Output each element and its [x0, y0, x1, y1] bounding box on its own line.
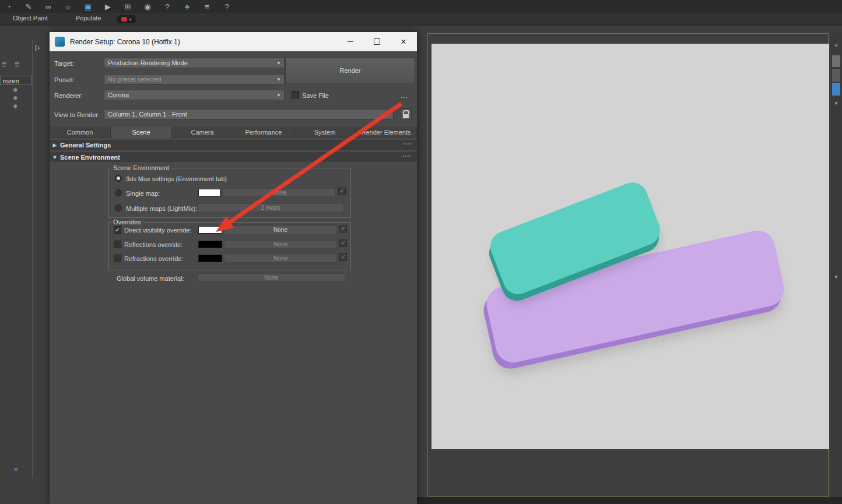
single-map-color-swatch[interactable] — [198, 189, 220, 196]
render-button[interactable]: Render — [285, 58, 415, 83]
scrollbar-track-segment[interactable] — [832, 69, 840, 82]
render-preview-capsule[interactable]: ▾ — [117, 15, 136, 23]
tab-camera[interactable]: Camera — [172, 126, 233, 138]
dialog-titlebar[interactable]: Render Setup: Corona 10 (Hotfix 1) × — [50, 32, 417, 51]
eye-icon[interactable]: ◉ — [142, 2, 153, 11]
dialog-title: Render Setup: Corona 10 (Hotfix 1) — [70, 38, 180, 46]
view-to-render-label: View to Render: — [54, 111, 100, 118]
direct-visibility-color-swatch[interactable] — [198, 226, 222, 234]
target-value: Production Rendering Mode — [108, 59, 188, 66]
view-to-render-dropdown[interactable]: Column 1, Column 1 - Front ▼ — [104, 109, 394, 119]
renderer-dropdown[interactable]: Corona ▼ — [104, 90, 285, 100]
viewport[interactable] — [427, 33, 829, 497]
viewport-menu-label[interactable]: [+ — [35, 44, 40, 51]
ribbon-tab-object-paint[interactable]: Object Paint — [13, 15, 48, 22]
chevron-down-icon[interactable]: ▾ — [830, 274, 842, 280]
chevron-down-icon: ▼ — [276, 77, 281, 82]
rollout-scene-environment[interactable]: ▼ Scene Environment — [50, 152, 417, 162]
rollout-general-title: General Settings — [60, 142, 111, 149]
refractions-label: Refractions override: — [124, 255, 184, 262]
frozen-toggle-icon[interactable]: ❄ — [13, 95, 17, 101]
add-icon[interactable]: + — [830, 41, 842, 50]
rollout-scene-env-title: Scene Environment — [60, 154, 120, 161]
help-circle-icon[interactable]: ? — [162, 2, 173, 11]
preset-dropdown[interactable]: No preset selected ▼ — [104, 74, 285, 84]
lock-icon — [403, 110, 409, 114]
tree-icon[interactable]: ♣ — [182, 2, 192, 11]
single-map-enable-checkbox[interactable]: ✓ — [338, 188, 346, 195]
refractions-color-swatch[interactable] — [198, 255, 222, 262]
tab-performance[interactable]: Performance — [233, 126, 294, 138]
global-volume-button[interactable]: None — [197, 273, 345, 282]
single-map-slot-button[interactable]: None — [223, 188, 336, 197]
refractions-slot-button[interactable]: None — [224, 254, 337, 263]
grid-plus-icon[interactable]: ⊞ — [122, 2, 133, 11]
dialog-tab-bar: Common Scene Camera Performance System R… — [50, 126, 417, 138]
maximize-button[interactable] — [368, 32, 385, 51]
frozen-toggle-icon[interactable]: ❄ — [13, 87, 17, 93]
radio-single-map[interactable] — [115, 189, 122, 196]
right-scroll-rail: + ▾ ▾ — [830, 33, 842, 497]
reflections-slot-button[interactable]: None — [224, 240, 337, 249]
multiple-maps-button[interactable]: 2 maps — [197, 203, 344, 212]
main-toolbar: ◔ ✎ ∞ ☼ ▣ ▶ ⊞ ◉ ? ♣ ≡ ? — [0, 0, 842, 13]
radio-multiple-maps-label: Multiple maps (LightMix): — [126, 205, 197, 212]
save-file-browse-button[interactable]: ... — [401, 91, 408, 100]
selected-tool-highlight[interactable] — [832, 83, 840, 96]
link-icon[interactable]: ∞ — [43, 2, 54, 11]
drag-grip-icon[interactable] — [403, 156, 411, 157]
save-file-checkbox[interactable] — [292, 91, 299, 98]
radio-3dsmax-settings-label: 3ds Max settings (Environment tab) — [126, 175, 227, 182]
reflections-color-swatch[interactable] — [198, 241, 222, 248]
tab-scene[interactable]: Scene — [111, 126, 172, 138]
refractions-checkbox[interactable] — [114, 255, 121, 262]
chevron-down-icon: ▾ — [129, 17, 131, 22]
global-volume-label: Global volume material: — [117, 275, 184, 282]
direct-visibility-slot-button[interactable]: None — [224, 225, 337, 234]
reflections-enable-checkbox[interactable]: ✓ — [339, 239, 347, 247]
layer-explorer-icon[interactable]: ≣ — [14, 60, 20, 68]
expand-more-button[interactable]: » — [14, 465, 18, 473]
radio-3dsmax-settings[interactable] — [115, 175, 122, 182]
selection-region-icon[interactable]: ◔ — [3, 2, 14, 11]
panel-icon[interactable]: ▣ — [83, 2, 93, 11]
scrollbar-thumb[interactable] — [832, 55, 840, 67]
refractions-enable-checkbox[interactable]: ✓ — [339, 253, 347, 261]
scene-environment-group-title: Scene Environment — [111, 164, 171, 171]
tab-common[interactable]: Common — [50, 126, 111, 138]
light-icon[interactable]: ☼ — [63, 2, 73, 11]
render-button-label: Render — [339, 67, 360, 74]
play-panel-icon[interactable]: ▶ — [103, 2, 113, 11]
viewport-canvas[interactable] — [431, 44, 829, 449]
save-file-label: Save File — [302, 92, 329, 99]
chevron-right-icon: ▶ — [50, 142, 60, 148]
chevron-down-icon[interactable]: ▾ — [830, 100, 842, 106]
reflections-checkbox[interactable] — [114, 241, 121, 248]
tab-system[interactable]: System — [294, 126, 356, 138]
list-icon[interactable]: ≡ — [202, 2, 212, 11]
tab-render-elements[interactable]: Render Elements — [356, 126, 417, 138]
frozen-column-header[interactable]: rozen — [0, 76, 32, 85]
drag-grip-icon[interactable] — [403, 143, 411, 144]
renderer-label: Renderer: — [54, 92, 83, 99]
direct-visibility-checkbox[interactable]: ✓ — [114, 226, 121, 234]
rollout-general-settings[interactable]: ▶ General Settings — [50, 140, 417, 150]
multiple-maps-label: 2 maps — [261, 205, 280, 211]
single-map-slot-label: None — [272, 189, 286, 196]
lock-view-button[interactable] — [400, 108, 412, 120]
application-window: ◔ ✎ ∞ ☼ ▣ ▶ ⊞ ◉ ? ♣ ≡ ? Object Paint Pop… — [0, 0, 842, 504]
chevron-down-icon: ▼ — [276, 93, 281, 98]
ribbon-tab-populate[interactable]: Populate — [76, 15, 101, 22]
paint-tool-icon[interactable]: ✎ — [23, 2, 34, 11]
panel-divider — [44, 40, 44, 478]
target-dropdown[interactable]: Production Rendering Mode ▼ — [104, 58, 285, 68]
help2-circle-icon[interactable]: ? — [222, 2, 232, 11]
panel-divider — [32, 40, 33, 478]
close-button[interactable]: × — [395, 32, 412, 51]
minimize-button[interactable] — [342, 32, 359, 51]
direct-visibility-enable-checkbox[interactable]: ✓ — [339, 225, 347, 232]
scene-explorer-icon[interactable]: ≣ — [1, 60, 7, 68]
view-to-render-value: Column 1, Column 1 - Front — [108, 111, 187, 118]
frozen-toggle-icon[interactable]: ❄ — [13, 103, 17, 110]
radio-multiple-maps[interactable] — [115, 205, 122, 212]
